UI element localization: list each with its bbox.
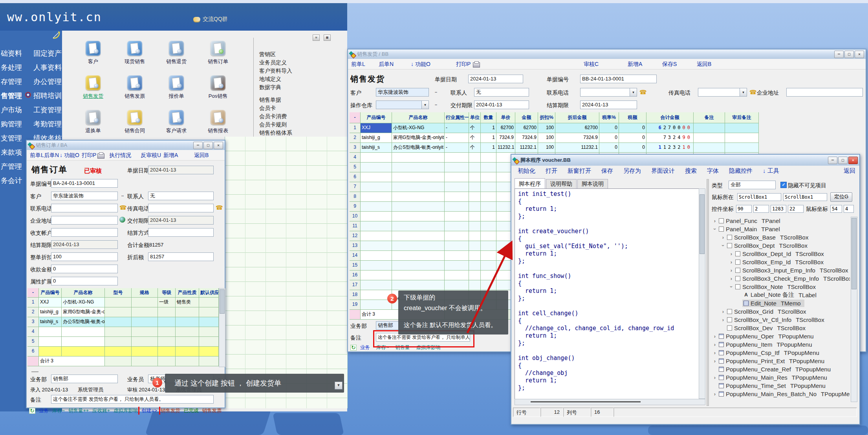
- sidebar-item[interactable]: 考勤管理: [33, 119, 62, 133]
- cell-product-code[interactable]: [361, 192, 392, 202]
- tools-icon[interactable]: ⚒: [313, 35, 320, 41]
- cell-amount[interactable]: 11232.1: [515, 143, 538, 153]
- module-icon[interactable]: [169, 110, 184, 125]
- note-field[interactable]: 这个备注不需要 发货给客户看， 只给制单人员看。: [51, 395, 214, 404]
- cell-product-code[interactable]: [39, 337, 62, 347]
- cell-audited-note[interactable]: [725, 133, 759, 143]
- submenu-item[interactable]: 会员卡消费: [259, 113, 292, 121]
- prev-voucher-button[interactable]: 前单L: [351, 61, 365, 68]
- maximize-button[interactable]: □: [844, 51, 854, 58]
- cell-model[interactable]: [105, 317, 132, 327]
- cell-industry-attr[interactable]: -: [445, 123, 469, 133]
- address-field[interactable]: [51, 216, 118, 225]
- back-button[interactable]: 返回B: [194, 152, 209, 159]
- cell-tax-rate[interactable]: 0: [599, 123, 619, 133]
- sidebar-item[interactable]: 存管理: [1, 77, 22, 91]
- fax-field[interactable]: [148, 204, 214, 212]
- hide-invisible-checkbox[interactable]: ✓: [780, 182, 787, 188]
- cell-discount[interactable]: 100: [538, 123, 555, 133]
- menu-item[interactable]: 搜索: [685, 167, 697, 175]
- minimize-button[interactable]: —: [193, 142, 203, 149]
- tree-item[interactable]: PopupMenu_Time_Set TPopupMenu: [710, 382, 850, 390]
- cell-industry-attr[interactable]: [445, 241, 469, 251]
- code-line[interactable]: {: [518, 235, 702, 243]
- cell-product-name[interactable]: [392, 212, 445, 221]
- cell-unit[interactable]: [469, 251, 481, 261]
- locate-button[interactable]: 定位G: [830, 192, 852, 202]
- sidebar-item[interactable]: 务处理: [1, 63, 22, 77]
- module-label[interactable]: 销售退货: [156, 58, 197, 65]
- date-field[interactable]: 2024-01-13: [468, 75, 523, 83]
- status-link[interactable]: 销售发货: [161, 408, 180, 414]
- module-icon[interactable]: [211, 110, 225, 125]
- code-line[interactable]: [518, 347, 702, 355]
- code-line[interactable]: };: [518, 340, 702, 347]
- code-line[interactable]: [518, 265, 702, 272]
- cell-industry-attr[interactable]: [445, 212, 469, 221]
- ctl-x-field[interactable]: 90: [736, 205, 752, 213]
- module-shortcut[interactable]: 退换单: [72, 108, 114, 143]
- module-label[interactable]: 客户: [72, 58, 114, 65]
- warehouse-combo[interactable]: ▾: [376, 101, 429, 109]
- voucher-no-field[interactable]: BB-24-01-13-0001: [580, 75, 657, 83]
- code-line[interactable]: {: [518, 280, 702, 287]
- cell-product-name[interactable]: [392, 231, 445, 241]
- cell-product-code[interactable]: taishiji_s: [361, 143, 392, 153]
- tree-item[interactable]: ScrollBox_Dev TScrollBox: [710, 324, 850, 332]
- unaudit-button[interactable]: 反审核U: [141, 152, 161, 159]
- cell-unit[interactable]: [469, 231, 481, 241]
- menu-item[interactable]: 界面设计: [651, 167, 675, 175]
- cell-price[interactable]: 11232.1: [496, 143, 515, 153]
- printer-icon[interactable]: [97, 154, 104, 159]
- module-shortcut[interactable]: 销售退货: [156, 39, 197, 74]
- print-button[interactable]: 打印P: [456, 61, 471, 68]
- tree-item[interactable]: ScrollBox_Base TScrollBox: [710, 233, 850, 241]
- attr-ext-field[interactable]: 0: [51, 277, 118, 285]
- cell-product-name[interactable]: [392, 271, 445, 280]
- pane-splitter[interactable]: [707, 179, 709, 406]
- add-button[interactable]: 新增A: [628, 61, 642, 68]
- dept-field[interactable]: 销售部: [51, 375, 118, 383]
- contact-combo[interactable]: 无: [474, 88, 529, 97]
- code-line[interactable]: gui_set_val("Edit_Note", '');: [518, 243, 702, 250]
- table-row[interactable]: 2 taishiji_g 家用G型电脑-金奥-onlyit - 个 1 7324…: [348, 133, 863, 143]
- cell-supplier[interactable]: [199, 327, 219, 337]
- cell-industry-attr[interactable]: [445, 163, 469, 172]
- module-label[interactable]: 销售订单: [197, 58, 239, 65]
- cell-model[interactable]: [105, 298, 132, 307]
- code-line[interactable]: [518, 220, 702, 228]
- cell-unit[interactable]: 个: [469, 143, 481, 153]
- cell-product-code[interactable]: [361, 202, 392, 212]
- submenu-item[interactable]: 地域定义: [259, 76, 292, 84]
- cell-unit[interactable]: [469, 153, 481, 163]
- cell-product-code[interactable]: [361, 241, 392, 251]
- cell-unit[interactable]: [469, 261, 481, 271]
- tree-item[interactable]: ScrollBox_Grid TScrollBox: [710, 307, 850, 316]
- cell-unit[interactable]: [469, 172, 481, 182]
- code-line[interactable]: {: [518, 317, 702, 325]
- cell-product-code[interactable]: taishiji_s: [39, 317, 62, 327]
- cell-product-code[interactable]: XXJ: [39, 298, 62, 307]
- cell-supplier[interactable]: [199, 307, 219, 317]
- tree-item[interactable]: ScrollBox_Note TScrollBox: [710, 283, 850, 291]
- audit-button[interactable]: 审核C: [584, 61, 599, 68]
- cell-qty[interactable]: [481, 153, 496, 163]
- cell-qty[interactable]: 1: [481, 123, 496, 133]
- module-icon[interactable]: [169, 75, 184, 90]
- table-row[interactable]: 3 taishiji_s 办公S型电脑-银奥-onlyit: [27, 317, 223, 327]
- sidebar-item[interactable]: 售管理: [1, 91, 22, 105]
- cell-amount[interactable]: 62700: [515, 123, 538, 133]
- module-shortcut[interactable]: 销售合同: [114, 108, 156, 143]
- expand-icon[interactable]: [720, 317, 726, 323]
- module-shortcut[interactable]: 客户: [72, 39, 114, 74]
- module-icon[interactable]: [86, 41, 101, 56]
- cell-product-name[interactable]: [392, 163, 445, 172]
- cell-product-code[interactable]: taishiji_g: [361, 133, 392, 143]
- code-line[interactable]: };: [518, 258, 702, 265]
- bb-titlebar[interactable]: 销售发货 / BB — □ ✕: [348, 49, 866, 59]
- expand-icon[interactable]: [729, 259, 734, 265]
- mouse-over-field-2[interactable]: ScrollBox1: [783, 193, 827, 201]
- code-line[interactable]: {: [518, 198, 702, 205]
- expand-icon[interactable]: [729, 251, 734, 257]
- expand-icon[interactable]: [712, 350, 718, 356]
